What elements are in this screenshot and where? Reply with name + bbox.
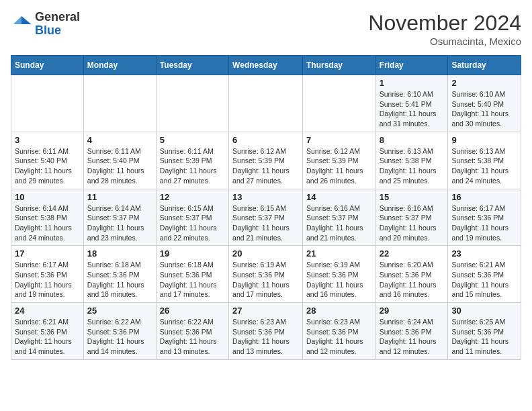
day-info: Sunrise: 6:12 AM Sunset: 5:39 PM Dayligh… [306,146,372,186]
day-number: 4 [87,135,152,145]
calendar-cell: 1Sunrise: 6:10 AM Sunset: 5:41 PM Daylig… [375,75,448,132]
calendar-cell [156,75,228,132]
day-info: Sunrise: 6:16 AM Sunset: 5:37 PM Dayligh… [380,203,445,243]
calendar-header-row: SundayMondayTuesdayWednesdayThursdayFrid… [11,56,521,75]
day-info: Sunrise: 6:20 AM Sunset: 5:36 PM Dayligh… [380,260,445,300]
day-info: Sunrise: 6:14 AM Sunset: 5:38 PM Dayligh… [15,203,80,243]
day-number: 11 [87,192,152,202]
header-thursday: Thursday [302,56,375,75]
day-info: Sunrise: 6:19 AM Sunset: 5:36 PM Dayligh… [232,260,299,300]
day-number: 26 [160,306,225,316]
day-number: 7 [306,135,372,145]
day-number: 13 [232,192,299,202]
day-number: 2 [451,78,517,88]
calendar-cell: 14Sunrise: 6:16 AM Sunset: 5:37 PM Dayli… [302,189,375,246]
day-number: 9 [451,135,517,145]
calendar-cell: 19Sunrise: 6:18 AM Sunset: 5:36 PM Dayli… [156,246,228,303]
day-number: 29 [380,306,445,316]
day-number: 6 [232,135,299,145]
day-info: Sunrise: 6:17 AM Sunset: 5:36 PM Dayligh… [15,260,80,300]
logo-text: General Blue [35,11,80,38]
location: Osumacinta, Mexico [368,36,521,47]
calendar-cell: 15Sunrise: 6:16 AM Sunset: 5:37 PM Dayli… [375,189,448,246]
calendar-week-row: 10Sunrise: 6:14 AM Sunset: 5:38 PM Dayli… [11,189,521,246]
day-info: Sunrise: 6:16 AM Sunset: 5:37 PM Dayligh… [306,203,372,243]
day-number: 25 [87,306,152,316]
calendar-table: SundayMondayTuesdayWednesdayThursdayFrid… [11,55,521,360]
header-saturday: Saturday [448,56,521,75]
title-block: November 2024 Osumacinta, Mexico [368,11,521,47]
calendar-cell: 20Sunrise: 6:19 AM Sunset: 5:36 PM Dayli… [229,246,303,303]
calendar-cell [302,75,375,132]
calendar-cell: 6Sunrise: 6:12 AM Sunset: 5:39 PM Daylig… [229,132,303,189]
day-number: 16 [451,192,517,202]
logo: General Blue [11,11,80,38]
calendar-cell: 18Sunrise: 6:18 AM Sunset: 5:36 PM Dayli… [83,246,156,303]
calendar-cell: 3Sunrise: 6:11 AM Sunset: 5:40 PM Daylig… [11,132,84,189]
day-number: 5 [160,135,225,145]
month-title: November 2024 [368,11,521,36]
calendar-cell [229,75,303,132]
day-info: Sunrise: 6:13 AM Sunset: 5:38 PM Dayligh… [380,146,445,186]
day-info: Sunrise: 6:15 AM Sunset: 5:37 PM Dayligh… [232,203,299,243]
calendar-week-row: 1Sunrise: 6:10 AM Sunset: 5:41 PM Daylig… [11,75,521,132]
day-info: Sunrise: 6:15 AM Sunset: 5:37 PM Dayligh… [160,203,225,243]
day-info: Sunrise: 6:19 AM Sunset: 5:36 PM Dayligh… [306,260,372,300]
day-info: Sunrise: 6:11 AM Sunset: 5:40 PM Dayligh… [15,146,80,186]
day-number: 30 [451,306,517,316]
day-info: Sunrise: 6:22 AM Sunset: 5:36 PM Dayligh… [160,317,225,357]
day-info: Sunrise: 6:21 AM Sunset: 5:36 PM Dayligh… [451,260,517,300]
day-number: 19 [160,248,225,259]
day-info: Sunrise: 6:11 AM Sunset: 5:39 PM Dayligh… [160,146,225,186]
calendar-cell: 4Sunrise: 6:11 AM Sunset: 5:40 PM Daylig… [83,132,156,189]
calendar-cell: 23Sunrise: 6:21 AM Sunset: 5:36 PM Dayli… [448,246,521,303]
day-info: Sunrise: 6:10 AM Sunset: 5:40 PM Dayligh… [451,89,517,129]
calendar-cell [11,75,84,132]
day-number: 12 [160,192,225,202]
day-number: 10 [15,192,80,202]
day-info: Sunrise: 6:23 AM Sunset: 5:36 PM Dayligh… [232,317,299,357]
day-info: Sunrise: 6:10 AM Sunset: 5:41 PM Dayligh… [380,89,445,129]
day-number: 24 [15,306,80,316]
calendar-cell: 30Sunrise: 6:25 AM Sunset: 5:36 PM Dayli… [448,303,521,360]
calendar-cell: 12Sunrise: 6:15 AM Sunset: 5:37 PM Dayli… [156,189,228,246]
day-info: Sunrise: 6:22 AM Sunset: 5:36 PM Dayligh… [87,317,152,357]
logo-icon [11,13,32,35]
day-number: 14 [306,192,372,202]
day-info: Sunrise: 6:24 AM Sunset: 5:36 PM Dayligh… [380,317,445,357]
day-info: Sunrise: 6:13 AM Sunset: 5:38 PM Dayligh… [451,146,517,186]
calendar-cell: 11Sunrise: 6:14 AM Sunset: 5:37 PM Dayli… [83,189,156,246]
day-info: Sunrise: 6:12 AM Sunset: 5:39 PM Dayligh… [232,146,299,186]
day-info: Sunrise: 6:18 AM Sunset: 5:36 PM Dayligh… [160,260,225,300]
calendar-week-row: 24Sunrise: 6:21 AM Sunset: 5:36 PM Dayli… [11,303,521,360]
calendar-cell: 17Sunrise: 6:17 AM Sunset: 5:36 PM Dayli… [11,246,84,303]
calendar-cell: 5Sunrise: 6:11 AM Sunset: 5:39 PM Daylig… [156,132,228,189]
day-number: 20 [232,248,299,259]
calendar-cell: 28Sunrise: 6:23 AM Sunset: 5:36 PM Dayli… [302,303,375,360]
day-info: Sunrise: 6:17 AM Sunset: 5:36 PM Dayligh… [451,203,517,243]
svg-marker-1 [13,16,21,24]
calendar-cell: 13Sunrise: 6:15 AM Sunset: 5:37 PM Dayli… [229,189,303,246]
calendar-cell: 7Sunrise: 6:12 AM Sunset: 5:39 PM Daylig… [302,132,375,189]
header-tuesday: Tuesday [156,56,228,75]
day-info: Sunrise: 6:14 AM Sunset: 5:37 PM Dayligh… [87,203,152,243]
header-monday: Monday [83,56,156,75]
day-number: 15 [380,192,445,202]
day-number: 27 [232,306,299,316]
day-number: 1 [380,78,445,88]
header-sunday: Sunday [11,56,84,75]
day-info: Sunrise: 6:18 AM Sunset: 5:36 PM Dayligh… [87,260,152,300]
calendar-cell: 2Sunrise: 6:10 AM Sunset: 5:40 PM Daylig… [448,75,521,132]
calendar-cell: 29Sunrise: 6:24 AM Sunset: 5:36 PM Dayli… [375,303,448,360]
svg-marker-0 [21,16,31,24]
page-header: General Blue November 2024 Osumacinta, M… [11,11,521,47]
day-number: 18 [87,248,152,259]
calendar-cell: 21Sunrise: 6:19 AM Sunset: 5:36 PM Dayli… [302,246,375,303]
day-number: 28 [306,306,372,316]
calendar-cell [83,75,156,132]
calendar-cell: 9Sunrise: 6:13 AM Sunset: 5:38 PM Daylig… [448,132,521,189]
calendar-cell: 8Sunrise: 6:13 AM Sunset: 5:38 PM Daylig… [375,132,448,189]
day-info: Sunrise: 6:23 AM Sunset: 5:36 PM Dayligh… [306,317,372,357]
calendar-week-row: 3Sunrise: 6:11 AM Sunset: 5:40 PM Daylig… [11,132,521,189]
calendar-week-row: 17Sunrise: 6:17 AM Sunset: 5:36 PM Dayli… [11,246,521,303]
